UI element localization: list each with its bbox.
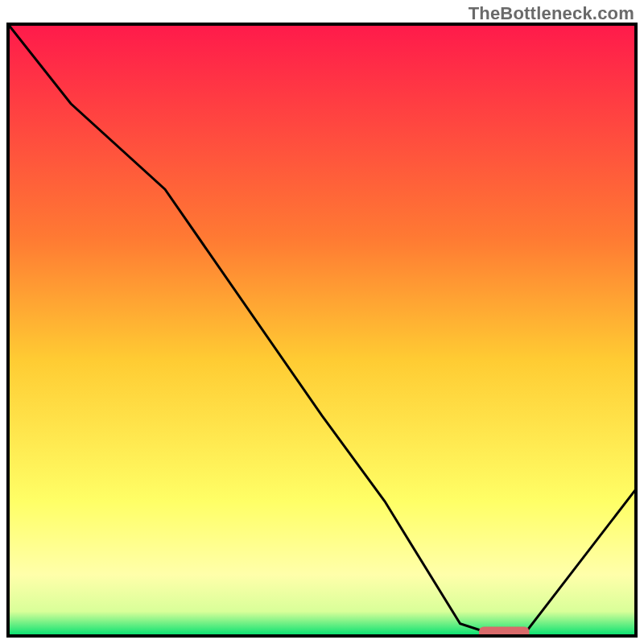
chart-container: TheBottleneck.com xyxy=(0,0,644,644)
watermark-text: TheBottleneck.com xyxy=(469,3,634,24)
bottleneck-chart xyxy=(0,0,644,644)
gradient-background xyxy=(8,24,636,636)
plot-area xyxy=(8,24,636,639)
